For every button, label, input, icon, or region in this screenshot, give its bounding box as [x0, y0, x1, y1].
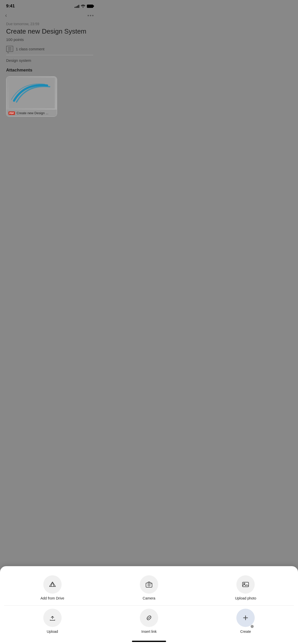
filename-text: Create new Design ... [17, 111, 48, 115]
assignment-title: Create new Design System [6, 27, 93, 35]
comment-lines-icon [8, 47, 11, 50]
wifi-icon [81, 4, 85, 8]
comment-text: 1 class comment [16, 47, 45, 51]
comment-icon [6, 46, 13, 52]
description: Design system [6, 58, 93, 63]
pdf-badge: PDF [8, 111, 15, 115]
status-icons [75, 4, 93, 8]
signal-icon [75, 4, 79, 8]
battery-icon [87, 5, 93, 8]
divider [6, 55, 93, 55]
nav-bar: ‹ ••• [0, 10, 99, 22]
more-button[interactable]: ••• [87, 13, 94, 19]
attachments-title: Attachments [6, 68, 93, 73]
attachment-thumbnail [9, 78, 55, 108]
attachment-preview [6, 77, 57, 110]
status-time: 9:41 [6, 4, 15, 9]
attachment-card[interactable]: PDF Create new Design ... [6, 76, 57, 117]
due-date: Due tomorrow, 23:59 [6, 22, 93, 26]
comment-row[interactable]: 1 class comment [6, 46, 93, 52]
points: 100 points [6, 37, 93, 42]
content-area: Due tomorrow, 23:59 Create new Design Sy… [0, 22, 99, 117]
attachment-filename-row: PDF Create new Design ... [6, 110, 57, 116]
status-bar: 9:41 [0, 0, 99, 10]
back-button[interactable]: ‹ [5, 12, 7, 19]
